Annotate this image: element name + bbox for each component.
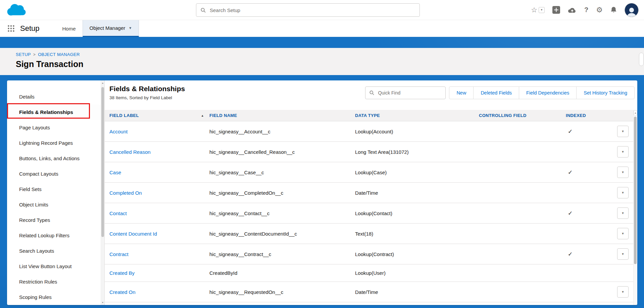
chevron-down-icon: ▼ <box>622 130 625 133</box>
sidebar-item-compact-layouts[interactable]: Compact Layouts <box>7 166 104 182</box>
search-icon <box>369 90 374 95</box>
sidebar-item-label: Search Layouts <box>19 248 54 254</box>
add-button[interactable] <box>552 6 560 14</box>
app-launcher-waffle-icon[interactable] <box>5 20 17 37</box>
row-actions-menu-button[interactable]: ▼ <box>617 248 629 260</box>
plus-square-icon <box>552 6 560 14</box>
sidebar-item-label: Related Lookup Filters <box>19 233 69 238</box>
table-row-case: Case hic_signeasy__Case__c Lookup(Case) … <box>105 162 637 183</box>
tab-home[interactable]: Home <box>56 20 83 37</box>
field-name-cell: hic_signeasy__Contract__c <box>209 251 355 257</box>
breadcrumb-object-manager-link[interactable]: OBJECT MANAGER <box>38 52 80 57</box>
column-header-field-name[interactable]: FIELD NAME <box>209 113 355 118</box>
content-subtitle: 38 Items, Sorted by Field Label <box>109 95 172 100</box>
field-label-link[interactable]: Contract <box>109 251 129 257</box>
field-name-cell: hic_signeasy__Contact__c <box>209 210 355 216</box>
help-icon[interactable]: ? <box>584 6 588 14</box>
chevron-down-icon: ▼ <box>622 191 625 194</box>
notifications-bell-icon[interactable] <box>610 6 617 13</box>
quick-find-input[interactable] <box>377 90 445 96</box>
row-actions-menu-button[interactable]: ▼ <box>617 228 629 239</box>
favorites-star-icon[interactable]: ☆ <box>531 6 537 13</box>
page-scrollbar-thumb[interactable] <box>639 53 644 66</box>
object-sidebar: Details Fields & Relationships Page Layo… <box>7 80 105 305</box>
field-label-link[interactable]: Completed On <box>109 190 142 196</box>
content-scrollbar-thumb[interactable] <box>634 117 637 264</box>
deleted-fields-button[interactable]: Deleted Fields <box>473 86 519 99</box>
row-actions-menu-button[interactable]: ▼ <box>617 126 629 137</box>
sidebar-item-object-limits[interactable]: Object Limits <box>7 197 104 212</box>
table-row-completed-on: Completed On hic_signeasy__CompletedOn__… <box>105 183 637 203</box>
column-header-field-label[interactable]: FIELD LABEL ▲ <box>109 113 209 118</box>
field-label-link[interactable]: Case <box>109 170 121 175</box>
new-button[interactable]: New <box>449 86 474 99</box>
sidebar-scrollbar[interactable]: ▲ ▼ <box>101 80 104 305</box>
sidebar-item-restriction-rules[interactable]: Restriction Rules <box>7 274 104 290</box>
field-label-link[interactable]: Cancelled Reason <box>109 149 151 155</box>
field-name-cell: hic_signeasy__ContentDocumentId__c <box>209 231 355 237</box>
field-label-link[interactable]: Contact <box>109 210 127 216</box>
sidebar-item-label: Record Types <box>19 217 50 223</box>
action-button-group: New Deleted Fields Field Dependencies Se… <box>449 86 635 99</box>
field-name-cell: hic_signeasy__Account__c <box>209 129 355 134</box>
upload-cloud-button[interactable] <box>568 7 577 13</box>
breadcrumb-setup-link[interactable]: SETUP <box>16 52 31 57</box>
data-type-cell: Date/Time <box>355 289 479 295</box>
sidebar-item-list-view-button-layout[interactable]: List View Button Layout <box>7 259 104 274</box>
indexed-check-icon: ✓ <box>566 210 573 217</box>
row-actions-menu-button[interactable]: ▼ <box>617 167 629 178</box>
field-dependencies-button[interactable]: Field Dependencies <box>519 86 577 99</box>
field-label-link[interactable]: Account <box>109 129 128 134</box>
column-header-data-type[interactable]: DATA TYPE <box>355 113 479 118</box>
page-header-banner: SETUP > OBJECT MANAGER Sign Transaction <box>0 48 644 75</box>
row-actions-menu-button[interactable]: ▼ <box>617 207 629 219</box>
sidebar-item-label: Details <box>19 94 35 100</box>
chevron-down-icon: ▼ <box>622 171 625 174</box>
chevron-down-icon: ▼ <box>622 211 625 215</box>
field-label-link[interactable]: Created On <box>109 289 136 295</box>
tab-object-manager[interactable]: Object Manager ▼ <box>83 20 139 37</box>
global-search-input[interactable] <box>209 7 419 13</box>
table-row-contact: Contact hic_signeasy__Contact__c Lookup(… <box>105 203 637 224</box>
global-search <box>196 3 420 17</box>
sidebar-item-related-lookup-filters[interactable]: Related Lookup Filters <box>7 228 104 243</box>
user-avatar[interactable] <box>625 3 639 17</box>
table-row-cancelled-reason: Cancelled Reason hic_signeasy__Cancelled… <box>105 142 637 162</box>
table-row-account: Account hic_signeasy__Account__c Lookup(… <box>105 121 637 142</box>
row-actions-menu-button[interactable]: ▼ <box>617 286 629 298</box>
scroll-up-arrow-icon[interactable]: ▲ <box>101 81 104 85</box>
sidebar-item-details[interactable]: Details <box>7 89 104 105</box>
content-scrollbar[interactable]: ▲ <box>633 110 637 305</box>
scroll-up-arrow-icon[interactable]: ▲ <box>634 110 637 115</box>
sidebar-item-scoping-rules[interactable]: Scoping Rules <box>7 290 104 305</box>
scroll-down-arrow-icon[interactable]: ▼ <box>101 300 104 305</box>
sidebar-item-lightning-record-pages[interactable]: Lightning Record Pages <box>7 135 104 151</box>
sidebar-item-search-layouts[interactable]: Search Layouts <box>7 243 104 259</box>
sidebar-item-fields-relationships[interactable]: Fields & Relationships <box>7 105 104 120</box>
row-actions-menu-button[interactable]: ▼ <box>617 146 629 158</box>
content-controls: New Deleted Fields Field Dependencies Se… <box>365 86 635 99</box>
sidebar-item-field-sets[interactable]: Field Sets <box>7 182 104 197</box>
sidebar-item-page-layouts[interactable]: Page Layouts <box>7 120 104 135</box>
sidebar-item-buttons-links-and-actions[interactable]: Buttons, Links, and Actions <box>7 151 104 166</box>
sidebar-item-label: Restriction Rules <box>19 279 57 285</box>
table-header-row: FIELD LABEL ▲ FIELD NAME DATA TYPE CONTR… <box>105 110 637 121</box>
field-label-link[interactable]: Created By <box>109 270 135 276</box>
chevron-down-icon: ▼ <box>622 290 625 294</box>
sidebar-scrollbar-thumb[interactable] <box>101 87 104 237</box>
column-header-controlling-field[interactable]: CONTROLLING FIELD <box>479 113 566 118</box>
sidebar-item-label: Buttons, Links, and Actions <box>19 156 80 161</box>
field-label-link[interactable]: Content Document Id <box>109 231 157 237</box>
set-history-tracking-button[interactable]: Set History Tracking <box>576 86 635 99</box>
data-type-cell: Lookup(Account) <box>355 129 479 134</box>
header-utility-icons: ☆ ▼ ? ⚙ <box>531 3 639 17</box>
sidebar-item-record-types[interactable]: Record Types <box>7 212 104 228</box>
indexed-check-icon: ✓ <box>566 169 573 176</box>
column-header-indexed[interactable]: INDEXED <box>566 113 606 118</box>
chevron-down-icon: ▼ <box>622 232 625 235</box>
sidebar-item-label: Scoping Rules <box>19 294 52 300</box>
favorites-chevron-down-icon[interactable]: ▼ <box>539 7 545 13</box>
chevron-down-icon: ▼ <box>129 26 132 30</box>
gear-icon[interactable]: ⚙ <box>596 6 603 14</box>
row-actions-menu-button[interactable]: ▼ <box>617 187 629 198</box>
